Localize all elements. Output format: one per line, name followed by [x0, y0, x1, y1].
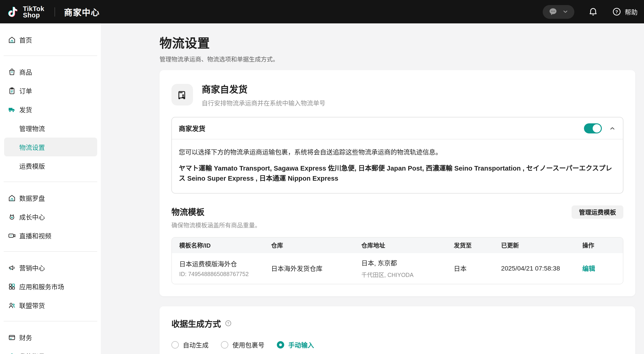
sidebar-item-home[interactable]: 首页: [0, 30, 101, 49]
card-title: 商家自发货: [202, 82, 326, 95]
radio-icon: [277, 341, 284, 348]
table-header-row: 模板名称/ID 仓库 仓库地址 发货至 已更新 操作: [172, 237, 623, 253]
receipt-options: 自动生成 使用包裹号 手动输入: [172, 340, 623, 349]
tiktok-shop-logo[interactable]: TikTok Shop: [6, 4, 44, 19]
edit-template-link[interactable]: 编辑: [582, 264, 623, 273]
live-video-icon: [8, 231, 16, 240]
bell-icon: [588, 7, 598, 17]
sidebar-item-affiliate[interactable]: 联盟带货: [0, 296, 101, 314]
templates-title: 物流模板: [172, 205, 261, 217]
sidebar-item-live-video[interactable]: 直播和视频: [0, 226, 101, 245]
templates-table: 模板名称/ID 仓库 仓库地址 发货至 已更新 操作 日本运费模版海外仓 ID:…: [172, 237, 623, 284]
templates-subtitle: 确保物流模板涵盖所有商品重量。: [172, 221, 261, 229]
svg-text:?: ?: [227, 321, 230, 325]
cell-warehouse-address: 日本, 东京都 千代田区, CHIYODA: [362, 258, 454, 279]
sidebar-item-apps-services[interactable]: 应用和服务市场: [0, 277, 101, 296]
sidebar-item-orders[interactable]: 订单: [0, 81, 101, 100]
chevron-down-icon: [562, 8, 569, 15]
sidebar-item-marketing-center[interactable]: 营销中心: [0, 258, 101, 277]
merchant-shipping-panel: 商家发货 您可以选择下方的物流承运商运输包裹，系统将会自送追踪这些物流承运商的物…: [172, 117, 623, 193]
apps-grid-icon: [8, 282, 16, 290]
marketing-megaphone-icon: [8, 263, 16, 272]
cell-updated: 2025/04/21 07:58:38: [501, 265, 582, 272]
sidebar-divider: [4, 321, 97, 321]
page-subtitle: 管理物流承运商、物流选项和单据生成方式。: [160, 55, 635, 63]
carrier-description: 您可以选择下方的物流承运商运输包裹，系统将会自送追踪这些物流承运商的物流轨迹信息…: [179, 148, 616, 157]
main-content: 物流设置 管理物流承运商、物流选项和单据生成方式。: [101, 23, 644, 354]
shipping-truck-icon: [8, 105, 16, 114]
carrier-list: ヤマト運輸 Yamato Transport, Sagawa Express 佐…: [179, 163, 616, 184]
help-label: 帮助: [625, 7, 638, 16]
radio-icon: [221, 341, 228, 348]
sidebar-item-growth-center[interactable]: 成长中心: [0, 207, 101, 226]
home-icon: [8, 36, 16, 44]
sidebar-item-shipping[interactable]: 发货: [0, 100, 101, 119]
radio-auto-generate[interactable]: 自动生成: [172, 340, 208, 349]
sidebar: 首页 商品 订单 发货 管: [0, 23, 101, 354]
top-bar: TikTok Shop 商家中心: [0, 0, 644, 23]
cell-actions: 编辑: [582, 264, 623, 273]
delivery-van-icon: [172, 84, 193, 106]
notifications-button[interactable]: [588, 7, 598, 17]
help-button[interactable]: ? 帮助: [612, 7, 638, 17]
topbar-divider: [54, 7, 55, 16]
affiliate-users-icon: [8, 301, 16, 309]
radio-use-package-number[interactable]: 使用包裹号: [221, 340, 264, 349]
cell-ship-to: 日本: [454, 264, 501, 273]
data-compass-icon: [8, 194, 16, 202]
finance-card-icon: [8, 333, 16, 341]
chevron-up-icon[interactable]: [609, 125, 616, 132]
col-header-actions: 操作: [582, 241, 623, 250]
merchant-shipping-label: 商家发货: [179, 123, 205, 133]
account-person-icon: [8, 352, 16, 354]
sidebar-item-my-account[interactable]: 我的账号: [0, 347, 101, 354]
question-circle-icon: ?: [612, 7, 622, 17]
merchant-shipping-toggle[interactable]: [584, 123, 602, 133]
sidebar-divider: [4, 251, 97, 252]
cell-warehouse: 日本海外发货仓库: [271, 264, 362, 273]
table-row: 日本运费模版海外仓 ID: 7495488865088767752 日本海外发货…: [172, 253, 623, 284]
app-title: 商家中心: [64, 6, 100, 18]
cell-template-name: 日本运费模版海外仓 ID: 7495488865088767752: [172, 259, 271, 278]
radio-manual-input[interactable]: 手动输入: [277, 340, 314, 349]
orders-clipboard-icon: [8, 87, 16, 95]
template-id: ID: 7495488865088767752: [179, 271, 271, 278]
col-header-warehouse: 仓库: [271, 241, 362, 250]
sidebar-item-shipping-templates[interactable]: 运费模版: [0, 156, 101, 175]
receipt-help-icon[interactable]: ?: [224, 320, 232, 327]
screen: TikTok Shop 商家中心: [0, 0, 644, 354]
sidebar-item-data-compass[interactable]: 数据罗盘: [0, 188, 101, 207]
radio-icon: [172, 341, 179, 348]
receipt-title: 收据生成方式: [172, 317, 221, 329]
col-header-updated: 已更新: [501, 241, 582, 250]
card-subtitle: 自行安排物流承运商并在系统中输入物流单号: [202, 98, 326, 107]
brand-wordmark: TikTok Shop: [23, 5, 44, 18]
sidebar-divider: [4, 182, 97, 182]
manage-shipping-templates-button[interactable]: 管理运费模板: [572, 205, 623, 219]
sidebar-item-logistics-settings[interactable]: 物流设置: [4, 138, 97, 156]
col-header-template-name: 模板名称/ID: [172, 241, 271, 250]
products-bag-icon: [8, 68, 16, 76]
sidebar-item-manage-logistics[interactable]: 管理物流: [0, 119, 101, 138]
messages-menu-button[interactable]: [543, 5, 574, 19]
growth-medal-icon: [8, 213, 16, 221]
sidebar-divider: [4, 56, 97, 56]
sidebar-item-finance[interactable]: 财务: [0, 328, 101, 347]
tiktok-note-icon: [6, 4, 20, 19]
col-header-ship-to: 发货至: [454, 241, 501, 250]
col-header-warehouse-address: 仓库地址: [362, 241, 454, 250]
page-title: 物流设置: [160, 34, 635, 51]
sidebar-item-products[interactable]: 商品: [0, 62, 101, 81]
messages-bubble-icon: [548, 7, 558, 17]
seller-shipping-card: 商家自发货 自行安排物流承运商并在系统中输入物流单号 商家发货: [160, 70, 635, 296]
receipt-generation-card: 收据生成方式 ? 自动生成 使用包裹号: [160, 306, 635, 354]
svg-text:?: ?: [615, 10, 618, 14]
